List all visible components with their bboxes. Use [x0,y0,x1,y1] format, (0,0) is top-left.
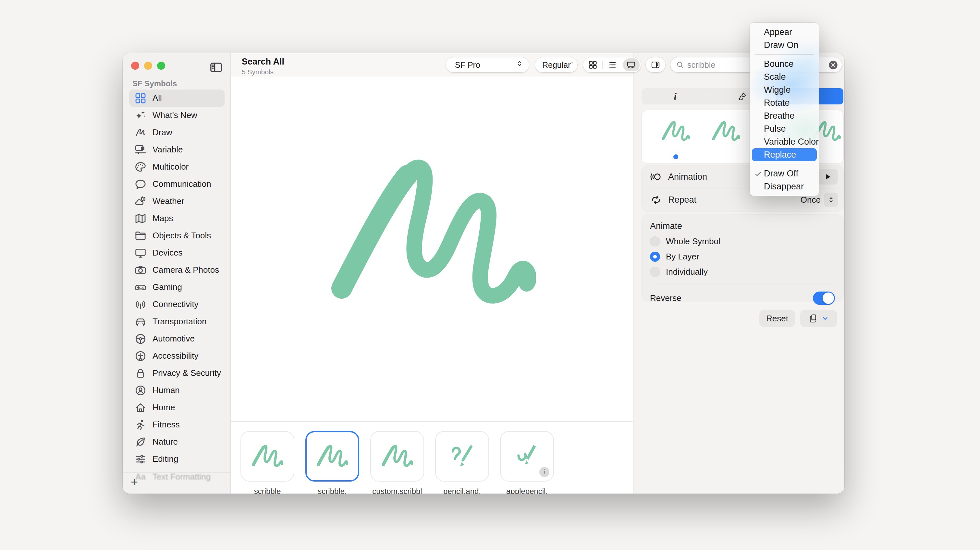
sidebar-item-text-formatting[interactable]: Aa Text Formatting [129,468,231,485]
sidebar-item-label: Devices [153,248,182,258]
sidebar-item-editing[interactable]: Editing [129,450,224,468]
radio-selected-icon[interactable] [650,252,660,262]
menu-item-label: Pulse [764,124,786,134]
grid-view-icon [588,60,598,70]
minimize-button[interactable] [144,62,152,70]
menu-item-appear[interactable]: Appear [752,25,817,39]
reverse-toggle[interactable] [813,292,835,305]
sidebar-item-label: Human [153,385,180,395]
grid-view-button[interactable] [583,57,602,72]
menu-item-disappear[interactable]: Disappear [752,180,817,193]
menu-item-replace[interactable]: Replace [752,148,817,161]
sidebar-item-camera-photos[interactable]: Camera & Photos [129,262,224,279]
sidebar-toggle-icon[interactable] [209,60,223,72]
sidebar-item-label: Gaming [153,282,182,292]
reverse-row: Reverse [650,292,835,305]
menu-item-scale[interactable]: Scale [752,70,817,83]
sidebar-item-label: Weather [153,196,184,206]
symbol-glyph [446,442,478,470]
sidebar-item-all[interactable]: All [129,89,224,107]
animate-option-label: By Layer [666,252,699,262]
gamecontroller-icon [134,281,147,294]
font-select[interactable]: SF Pro [446,57,529,72]
clear-search-icon[interactable] [828,60,838,70]
reset-row: Reset [759,310,837,327]
scribble-icon [134,126,147,139]
inspector-toggle-button[interactable] [646,57,665,72]
toolbar: Search All 5 Symbols SF Pro Regular [231,53,633,76]
symbol-glyph [251,442,283,470]
menu-item-label: Draw On [764,40,799,50]
sidebar-item-connectivity[interactable]: Connectivity [129,296,224,313]
accessibility-icon [134,349,147,363]
preview-thumbnail-0[interactable] [661,119,690,144]
sidebar-item-weather[interactable]: Weather [129,193,224,210]
sidebar-list: All What's New Draw Variable Multicolor … [129,89,224,468]
close-button[interactable] [131,62,139,70]
font-select-value: SF Pro [455,60,480,70]
sidebar-item-gaming[interactable]: Gaming [129,279,224,296]
repeat-stepper[interactable] [824,193,838,207]
sidebar-item-nature[interactable]: Nature [129,433,224,450]
menu-separator [755,54,814,55]
sidebar-item-objects-tools[interactable]: Objects & Tools [129,227,224,244]
menu-item-breathe[interactable]: Breathe [752,109,817,122]
preview-thumbnail-1[interactable] [712,119,740,144]
sidebar-item-home[interactable]: Home [129,399,224,416]
car-icon [134,315,147,328]
play-animation-button[interactable] [817,169,838,184]
sidebar-item-transportation[interactable]: Transportation [129,313,224,330]
desktop: SF Symbols All What's New Draw Variable … [0,0,980,550]
menu-item-draw-on[interactable]: Draw On [752,39,817,52]
gallery-view-button[interactable] [622,57,641,72]
menu-item-label: Variable Color [764,137,819,147]
sidebar-item-communication[interactable]: Communication [129,176,224,193]
weight-select[interactable]: Regular [535,57,577,72]
tab-info[interactable]: i [641,88,709,105]
animate-option-whole-symbol[interactable]: Whole Symbol [650,236,835,246]
info-badge-icon[interactable]: i [539,467,549,477]
symbol-result-custom-scribble-variable[interactable] [370,431,424,482]
reset-button[interactable]: Reset [759,310,795,327]
menu-item-rotate[interactable]: Rotate [752,96,817,109]
symbol-result-scribble[interactable] [240,431,294,482]
menu-item-draw-off[interactable]: Draw Off [752,167,817,180]
menu-separator [755,164,814,165]
sidebar-item-what-s-new[interactable]: What's New [129,107,224,124]
sidebar-item-devices[interactable]: Devices [129,244,224,262]
menu-item-pulse[interactable]: Pulse [752,122,817,135]
checkmark-icon [754,170,762,178]
sf-symbols-window: SF Symbols All What's New Draw Variable … [123,53,844,494]
radio-unselected-icon[interactable] [650,236,660,246]
animate-option-individually[interactable]: Individually [650,267,835,277]
add-collection-button[interactable]: + [127,475,142,489]
menu-item-wiggle[interactable]: Wiggle [752,83,817,96]
symbol-result-label: scribble.variable [297,486,368,494]
sidebar-item-draw[interactable]: Draw [129,124,224,141]
figure-run-icon [134,418,147,432]
symbol-result-scribble-variable[interactable] [305,431,359,482]
sidebar-item-label: Editing [153,454,178,464]
symbol-result-pencil-and-scribble[interactable] [435,431,489,482]
sidebar-item-accessibility[interactable]: Accessibility [129,347,224,365]
sidebar-item-privacy-security[interactable]: Privacy & Security [129,365,224,382]
antenna-icon [134,298,147,311]
sidebar-item-maps[interactable]: Maps [129,210,224,227]
sidebar-item-human[interactable]: Human [129,382,224,399]
zoom-button[interactable] [157,62,165,70]
menu-item-variable-color[interactable]: Variable Color [752,135,817,148]
copy-button[interactable] [800,310,837,327]
sidebar-item-variable[interactable]: Variable [129,141,224,158]
sidebar-item-multicolor[interactable]: Multicolor [129,158,224,176]
reverse-label: Reverse [650,293,681,303]
list-view-button[interactable] [602,57,621,72]
chevron-down-icon [821,314,829,323]
sidebar-item-fitness[interactable]: Fitness [129,416,224,433]
radio-unselected-icon[interactable] [650,267,660,277]
symbol-result-applepencil-and-scribble[interactable]: i [500,431,554,482]
sidebar-item-label: Fitness [153,420,180,430]
stepper-chevrons-icon [827,194,835,205]
menu-item-bounce[interactable]: Bounce [752,57,817,70]
sidebar-item-automotive[interactable]: Automotive [129,330,224,347]
animate-option-by-layer[interactable]: By Layer [650,252,835,262]
